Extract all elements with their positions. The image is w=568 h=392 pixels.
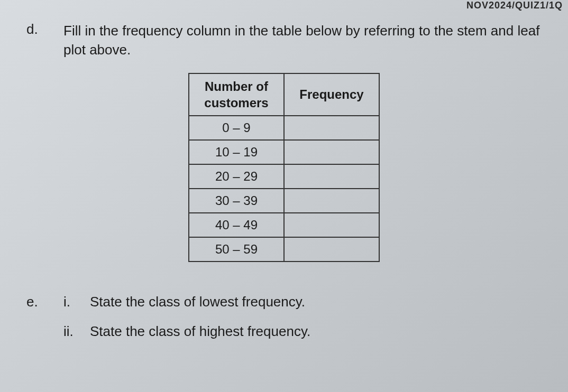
page-header-fragment: NOV2024/QUIZ1/1Q (466, 0, 563, 11)
question-d-text: Fill in the frequency column in the tabl… (63, 21, 547, 60)
table-row: 20 – 29 (189, 164, 379, 189)
table-cell-frequency (284, 164, 379, 189)
question-e-list: i. State the class of lowest frequency. … (63, 294, 547, 353)
table-header-customers: Number of customers (189, 73, 284, 116)
table-header-customers-line1: Number of (205, 79, 268, 94)
table-cell-range: 40 – 49 (189, 213, 284, 237)
question-e-item-label: i. (63, 294, 90, 310)
table-row: 30 – 39 (189, 189, 379, 213)
table-cell-frequency (284, 189, 379, 213)
question-e-block: e. i. State the class of lowest frequenc… (21, 294, 547, 353)
question-e-label: e. (21, 294, 63, 353)
table-header-customers-line2: customers (204, 96, 268, 110)
table-cell-frequency (284, 116, 379, 140)
question-e-item-text: State the class of highest frequency. (90, 323, 547, 340)
table-cell-frequency (284, 237, 379, 262)
question-d-block: d. Fill in the frequency column in the t… (21, 21, 547, 60)
frequency-table-wrap: Number of customers Frequency 0 – 9 10 –… (21, 73, 547, 262)
table-cell-range: 20 – 29 (189, 164, 284, 189)
question-e-item-text: State the class of lowest frequency. (90, 294, 547, 310)
table-cell-range: 10 – 19 (189, 140, 284, 164)
table-row: 50 – 59 (189, 237, 379, 262)
table-cell-frequency (284, 213, 379, 237)
table-row: 40 – 49 (189, 213, 379, 237)
table-cell-range: 0 – 9 (189, 116, 284, 140)
table-cell-range: 30 – 39 (189, 189, 284, 213)
question-e-item: ii. State the class of highest frequency… (63, 323, 547, 340)
frequency-table: Number of customers Frequency 0 – 9 10 –… (188, 73, 380, 262)
question-e-item: i. State the class of lowest frequency. (63, 294, 547, 310)
table-row: 10 – 19 (189, 140, 379, 164)
question-e-item-label: ii. (63, 323, 90, 340)
table-cell-frequency (284, 140, 379, 164)
table-header-frequency: Frequency (284, 73, 379, 116)
table-cell-range: 50 – 59 (189, 237, 284, 262)
table-row: 0 – 9 (189, 116, 379, 140)
question-d-label: d. (21, 21, 63, 60)
